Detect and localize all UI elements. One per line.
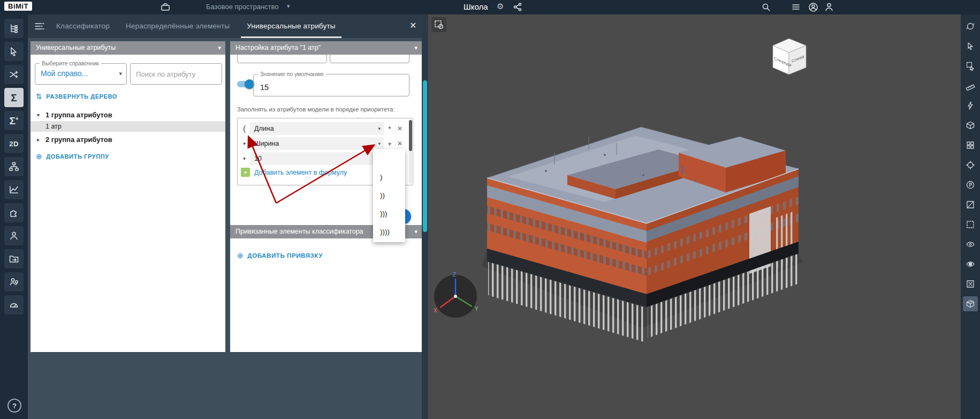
hierarchy-tool[interactable] — [4, 157, 24, 176]
connections-tool[interactable] — [4, 65, 24, 84]
attr-caret-icon-2[interactable]: ▾ — [378, 141, 381, 146]
bracket-option-3[interactable]: ))) — [373, 205, 405, 223]
default-value-input[interactable] — [254, 74, 409, 96]
panel-scrollbar[interactable] — [422, 14, 428, 419]
settings-header-caret-icon: ▾ — [414, 41, 417, 55]
clip-cube-tool[interactable] — [963, 296, 978, 311]
formula-attr-select-1[interactable]: Длина ▾ — [250, 122, 384, 135]
chart-tool[interactable] — [4, 180, 24, 199]
properties-tool[interactable] — [963, 177, 978, 192]
hide-tool[interactable] — [963, 276, 978, 291]
bracket-option-2[interactable]: )) — [373, 186, 405, 205]
attributes-sum-tool[interactable]: Σ — [4, 88, 24, 107]
attribute-search-input[interactable] — [131, 64, 222, 84]
attributes-sum-add-tool[interactable]: Σ+ — [4, 111, 24, 130]
bracket-option-4[interactable]: )))) — [373, 223, 405, 241]
x-square-icon — [966, 279, 975, 289]
expand-tree-button[interactable]: ⇅ РАЗВЕРНУТЬ ДЕРЕВО — [36, 92, 117, 101]
line-chart-icon — [9, 184, 19, 195]
settings-gear-icon[interactable]: ⚙ — [497, 2, 504, 11]
search-icon[interactable] — [761, 2, 771, 12]
measure-tool[interactable] — [963, 78, 978, 93]
select-cursor-tool[interactable] — [963, 39, 978, 54]
add-formula-element-button[interactable]: + Добавить элемент в формулу — [241, 168, 347, 177]
share-icon[interactable] — [513, 2, 522, 12]
window-select-tool[interactable] — [963, 58, 978, 73]
left-panel-header[interactable]: Универсальные атрибуты ▾ — [31, 41, 225, 55]
left-panel-header-caret-icon: ▾ — [218, 41, 221, 55]
account-circle-icon[interactable] — [808, 2, 818, 12]
left-panel-content: Выберите справочник Мой справо... ▾ ⇅ РА… — [31, 55, 225, 352]
tab-classifier[interactable]: Классификатор — [56, 14, 110, 36]
navigation-cube[interactable]: Спереди Слева — [766, 33, 811, 80]
bracket-select-2[interactable]: ▾ — [241, 141, 248, 146]
orbit-tool[interactable] — [963, 19, 978, 34]
tree-group-1[interactable]: ▾ 1 группа атрибутов — [31, 109, 225, 120]
formula-attr-select-2[interactable]: Ширина ▾ — [250, 137, 384, 150]
bindings-header-caret-icon: ▾ — [414, 225, 417, 238]
default-value-toggle[interactable] — [237, 80, 254, 88]
open-bracket-select[interactable]: ( — [241, 124, 248, 133]
attribute-type-field-partial[interactable] — [330, 55, 409, 63]
bracket-option-empty[interactable] — [373, 150, 405, 168]
focus-tool[interactable] — [963, 158, 978, 173]
puzzle-icon — [9, 207, 19, 218]
operator-select-2[interactable]: + — [386, 140, 393, 148]
menu-list-icon[interactable] — [791, 2, 801, 12]
add-group-button[interactable]: ⊕ ДОБАВИТЬ ГРУППУ — [36, 152, 109, 161]
top-bar: BiMiT Базовое пространство ▾ Школа ⚙ — [0, 0, 980, 14]
add-binding-label: ДОБАВИТЬ ПРИВЯЗКУ — [247, 252, 323, 259]
app-logo[interactable]: BiMiT — [4, 2, 32, 11]
tab-universal-attributes[interactable]: Универсальные атрибуты — [241, 14, 341, 38]
bracket-select-3[interactable]: ▾ — [241, 156, 248, 161]
section-plane-icon — [966, 200, 975, 209]
formula-attr-select-3[interactable]: 10 ▾ — [250, 152, 384, 165]
visibility-tool[interactable] — [963, 237, 978, 252]
shared-folder-tool[interactable] — [4, 249, 24, 268]
user-location-tool[interactable] — [4, 272, 24, 291]
reference-select-label: Выберите справочник — [40, 60, 101, 66]
tab-unallocated-elements[interactable]: Нераспределённые элементы — [123, 14, 232, 36]
org-chart-icon — [9, 161, 19, 172]
tree-item-1atr[interactable]: 1 атр — [31, 121, 225, 132]
section-box-tool[interactable] — [963, 118, 978, 133]
panel-menu-icon[interactable] — [34, 22, 45, 31]
workspace-caret-icon[interactable]: ▾ — [287, 3, 290, 10]
collapse-triangle-icon[interactable]: ▾ — [37, 112, 45, 118]
region-select-tool[interactable] — [431, 17, 446, 32]
section-plane-tool[interactable] — [963, 197, 978, 212]
isolate-tool[interactable] — [963, 257, 978, 272]
user-icon[interactable] — [824, 2, 834, 12]
attribute-name-field-partial[interactable] — [237, 55, 327, 63]
select-tool[interactable] — [4, 42, 24, 61]
sigma-icon: Σ — [11, 93, 17, 103]
tree-group-2[interactable]: ▸ 2 группа атрибутов — [31, 134, 225, 145]
plugins-tool[interactable] — [4, 203, 24, 222]
reference-select[interactable]: Выберите справочник Мой справо... ▾ — [35, 63, 127, 85]
remove-row-icon-1[interactable]: ✕ — [396, 125, 404, 132]
briefcase-icon[interactable] — [161, 2, 170, 12]
users-tool[interactable] — [4, 226, 24, 245]
panel-scrollbar-thumb[interactable] — [423, 80, 427, 232]
quick-measure-tool[interactable] — [963, 98, 978, 113]
gauge-tool[interactable] — [4, 295, 24, 315]
remove-row-icon-2[interactable]: ✕ — [396, 140, 404, 147]
operator-select-1[interactable]: * — [386, 125, 393, 133]
right-toolbar — [961, 14, 980, 419]
selection-frame-tool[interactable] — [963, 217, 978, 232]
help-button[interactable]: ? — [7, 399, 21, 413]
attr-caret-icon-1[interactable]: ▾ — [378, 126, 381, 131]
structure-tree-tool[interactable] — [4, 19, 24, 38]
formula-scroll-thumb[interactable] — [409, 120, 412, 151]
3d-viewport[interactable]: Спереди Слева Z X Y — [428, 14, 961, 419]
cursor-icon — [9, 46, 19, 57]
settings-header[interactable]: Настройка атрибута "1 атр" ▾ — [230, 41, 422, 55]
expand-triangle-icon[interactable]: ▸ — [37, 137, 45, 143]
grid-tool[interactable] — [963, 138, 978, 153]
workspace-selector[interactable]: Базовое пространство — [206, 3, 279, 11]
close-panel-icon[interactable]: ✕ — [409, 20, 416, 31]
add-binding-button[interactable]: ⊕ ДОБАВИТЬ ПРИВЯЗКУ — [237, 251, 323, 260]
bracket-option-1[interactable]: ) — [373, 168, 405, 186]
axis-gizmo[interactable]: Z X Y — [429, 270, 483, 324]
2d-view-tool[interactable]: 2D — [4, 134, 24, 153]
